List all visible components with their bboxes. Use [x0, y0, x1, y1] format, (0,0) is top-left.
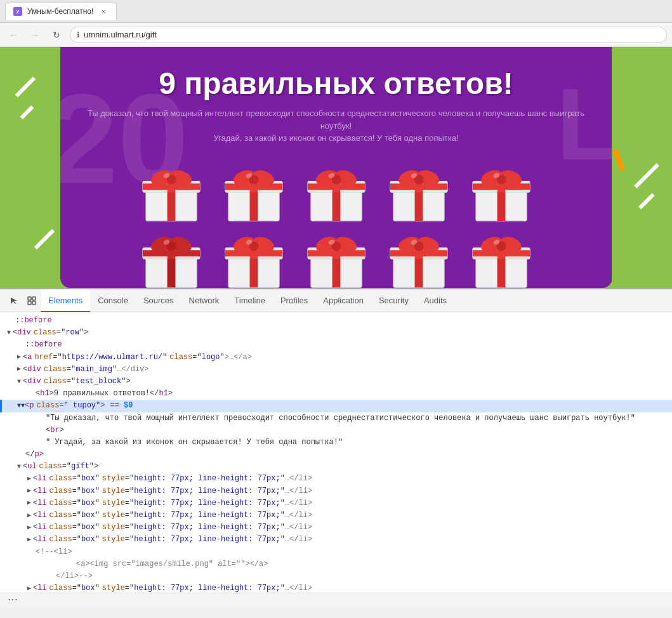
browser-titlebar: У Умным-бесплатно! × [0, 0, 672, 23]
svg-rect-35 [414, 192, 423, 221]
devtools-tabs: Elements Console Sources Network Timelin… [0, 289, 672, 312]
code-line: <li class="box" style="height: 77px; lin… [0, 485, 672, 497]
gift-9[interactable] [387, 230, 451, 287]
webpage-inner: 20 L 9 правильных ответов! Ты доказал, ч… [60, 47, 612, 288]
tab-security[interactable]: Security [371, 289, 416, 312]
svg-rect-94 [32, 301, 36, 305]
svg-rect-85 [473, 250, 530, 256]
tab-sources[interactable]: Sources [136, 289, 181, 312]
browser-tab[interactable]: У Умным-бесплатно! × [5, 3, 117, 20]
code-line: <li class="box" style="height: 77px; lin… [0, 497, 672, 510]
tab-favicon: У [13, 7, 22, 16]
code-line: <!--<li> [0, 546, 672, 558]
gift-2[interactable] [222, 164, 286, 221]
security-icon: ℹ [77, 30, 80, 39]
devtools-pointer-icon[interactable] [5, 292, 23, 310]
gift-10[interactable] [470, 230, 533, 287]
svg-rect-58 [225, 250, 282, 256]
svg-rect-62 [249, 259, 258, 287]
back-button[interactable]: ← [5, 27, 22, 43]
tab-timeline[interactable]: Timeline [227, 289, 273, 312]
tab-title: Умным-бесплатно! [27, 7, 93, 16]
gift-1[interactable] [140, 164, 203, 221]
tab-audits[interactable]: Audits [416, 289, 454, 312]
code-line: ::before [0, 339, 672, 351]
gift-8[interactable] [305, 230, 368, 287]
svg-rect-67 [308, 250, 365, 256]
code-line: </li>--> [0, 570, 672, 582]
svg-rect-13 [225, 183, 282, 190]
svg-rect-76 [390, 250, 447, 256]
tab-elements[interactable]: Elements [41, 289, 90, 312]
svg-rect-49 [143, 250, 200, 256]
reload-button[interactable]: ↻ [48, 27, 65, 43]
gift-5[interactable] [470, 164, 533, 221]
code-line: <ul class="gift" > [0, 461, 672, 473]
devtools-body[interactable]: ::before <div class="row" > ::before <a … [0, 312, 672, 593]
code-line: <li class="box" style="height: 77px; lin… [0, 473, 672, 485]
svg-rect-40 [473, 183, 530, 190]
svg-rect-80 [414, 259, 423, 287]
code-line-selected[interactable]: ▼ <p class=" tupoy" > == $0 [0, 400, 672, 412]
tab-application[interactable]: Application [315, 289, 371, 312]
code-line: ::before [0, 315, 672, 327]
code-line: <li class="box" style="height: 77px; lin… [0, 522, 672, 534]
devtools-bottom-bar: ⋯ [0, 593, 672, 605]
tab-close-button[interactable]: × [98, 6, 109, 16]
svg-rect-89 [497, 259, 505, 287]
code-line: </p> [0, 449, 672, 461]
svg-rect-4 [143, 183, 200, 190]
code-line: <div class="test_block" > [0, 376, 672, 388]
code-line: <br> [0, 424, 672, 437]
gift-3[interactable] [305, 164, 368, 221]
forward-button[interactable]: → [27, 27, 43, 43]
code-line: <div class="row" > [0, 327, 672, 339]
gift-6[interactable] [140, 230, 203, 287]
svg-rect-93 [28, 301, 31, 305]
devtools-inspector-icon[interactable] [23, 292, 41, 310]
svg-rect-53 [167, 259, 175, 287]
code-line: <div class="main_img" …</div> [0, 364, 672, 376]
code-line: <li class="box" style="height: 77px; lin… [0, 534, 672, 546]
code-line: "Ты доказал, что твой мощный интеллект п… [0, 412, 672, 424]
address-text: umnim.ulmart.ru/gift [84, 30, 157, 39]
tab-network[interactable]: Network [181, 289, 227, 312]
svg-rect-22 [308, 183, 365, 190]
webpage: 20 L 9 правильных ответов! Ты доказал, ч… [0, 47, 672, 288]
svg-rect-31 [390, 183, 447, 190]
code-line: <h1> 9 правильных ответов! </h1> [0, 388, 672, 400]
svg-rect-26 [332, 192, 340, 221]
svg-rect-91 [28, 297, 31, 300]
tab-profiles[interactable]: Profiles [273, 289, 315, 312]
svg-rect-44 [497, 192, 505, 221]
svg-rect-17 [249, 192, 258, 221]
svg-rect-8 [167, 192, 175, 221]
code-line: <li class="box" style="height: 77px; lin… [0, 510, 672, 522]
gift-4[interactable] [387, 164, 451, 221]
address-bar[interactable]: ℹ umnim.ulmart.ru/gift [70, 27, 667, 43]
gift-7[interactable] [222, 230, 286, 287]
tab-console[interactable]: Console [90, 289, 136, 312]
gifts-row-2 [60, 227, 612, 289]
code-line: <li class="box" style="height: 77px; lin… [0, 582, 672, 593]
devtools-panel: Elements Console Sources Network Timelin… [0, 288, 672, 605]
code-line: <a><img src="images/smile.png" alt=""></… [0, 558, 672, 570]
svg-rect-71 [332, 259, 340, 287]
devtools-more-button[interactable]: ⋯ [5, 593, 20, 605]
code-line: " Угадай, за какой из иконок он скрывает… [0, 437, 672, 449]
browser-toolbar: ← → ↻ ℹ umnim.ulmart.ru/gift [0, 23, 672, 47]
svg-rect-92 [32, 297, 36, 300]
code-line: <a href="https://www.ulmart.ru/" class="… [0, 352, 672, 364]
